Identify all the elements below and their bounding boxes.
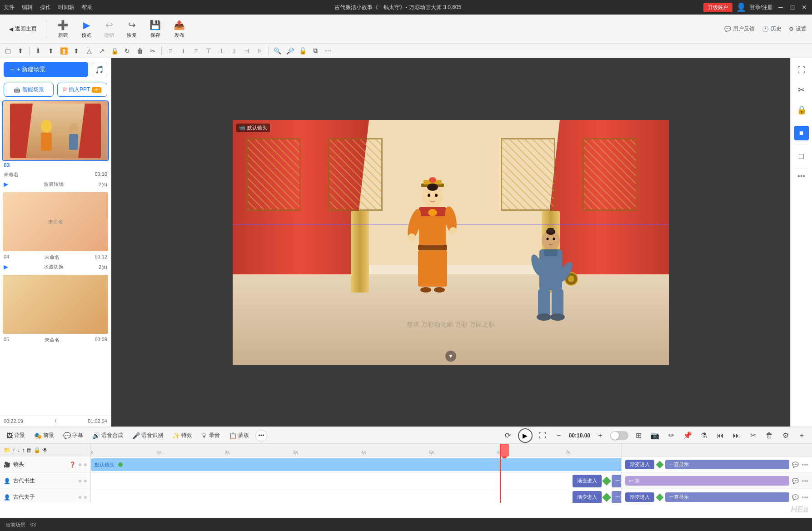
rc-always-1[interactable]: 一直显示 xyxy=(665,460,789,469)
menu-help[interactable]: 帮助 xyxy=(82,4,93,11)
tl-split-button[interactable]: ✂ xyxy=(747,429,759,442)
tl-delete-button[interactable]: 🗑 xyxy=(763,429,776,442)
select-tool[interactable]: ▢ xyxy=(2,45,14,57)
tl-next-frame[interactable]: ⏭ xyxy=(730,429,743,442)
track-col-add[interactable]: + xyxy=(12,447,15,453)
pointer-tool[interactable]: ⬆ xyxy=(15,45,26,57)
subtitle-button[interactable]: 💬 字幕 xyxy=(60,430,86,441)
close-button[interactable]: ✕ xyxy=(800,3,808,11)
align-left[interactable]: ≡ xyxy=(164,45,176,57)
crop-tool[interactable]: ✂ xyxy=(147,45,159,57)
voice-recog-button[interactable]: 🎤 语音识别 xyxy=(130,430,166,441)
insert-ppt-button[interactable]: P 插入PPT VIP xyxy=(57,83,107,97)
track-col-up[interactable]: ↑ xyxy=(22,447,25,453)
publish-button[interactable]: 📤 发布 xyxy=(168,18,190,40)
up-tool[interactable]: ⬆ xyxy=(45,45,57,57)
tl-expand-button[interactable]: ⛶ xyxy=(536,429,549,442)
align-right[interactable]: ≡ xyxy=(190,45,202,57)
delete-tool[interactable]: 🗑 xyxy=(134,45,146,57)
copy-tool[interactable]: ⧉ xyxy=(309,45,321,57)
rc-fade-3[interactable]: 渐变进入 xyxy=(625,492,654,502)
tl-add-button[interactable]: + xyxy=(796,429,808,442)
fuzi-fade-in[interactable]: 渐变进入 xyxy=(573,491,602,503)
fullscreen-button[interactable]: ⛶ xyxy=(793,62,810,78)
track-col-lock[interactable]: 🔒 xyxy=(34,447,40,453)
music-button[interactable]: 🎵 xyxy=(92,62,107,77)
track-help-icon[interactable]: ❓ xyxy=(69,462,76,468)
align-distribute-v[interactable]: ⊦ xyxy=(254,45,265,57)
effect-button[interactable]: ✨ 特效 xyxy=(169,430,195,441)
menu-operate[interactable]: 操作 xyxy=(40,4,51,11)
version-button[interactable]: 📋 蒙版 xyxy=(226,430,252,441)
user-icon[interactable]: 👤 xyxy=(736,2,746,12)
top-tool[interactable]: ⏫ xyxy=(58,45,70,57)
record-button[interactable]: 🎙 录音 xyxy=(199,430,223,441)
minister-character[interactable] xyxy=(514,220,587,338)
upgrade-button[interactable]: 升级账户 xyxy=(703,3,732,12)
tl-settings-btn[interactable]: ⚙ xyxy=(779,429,792,442)
rp-blue-button[interactable]: ■ xyxy=(794,126,809,140)
menu-file[interactable]: 文件 xyxy=(4,4,15,11)
canvas-nav-down[interactable]: ▼ xyxy=(445,351,456,362)
rc-always-3[interactable]: 一直显示 xyxy=(665,492,789,502)
preview-button[interactable]: ▶ 预览 xyxy=(76,18,97,40)
rp-square-button[interactable]: □ xyxy=(793,148,810,164)
tl-plus-button[interactable]: + xyxy=(594,429,607,442)
emperor-character[interactable] xyxy=(392,174,473,320)
rp-more-button[interactable]: ••• xyxy=(797,172,805,180)
save-button[interactable]: 💾 保存 xyxy=(144,18,166,40)
scene-item-05[interactable]: 05 未命名 00:09 xyxy=(2,274,109,345)
new-scene-button[interactable]: ＋ + 新建场景 xyxy=(4,62,88,77)
undo-button[interactable]: ↩ 撤销 xyxy=(99,18,120,40)
rc-sub-2[interactable]: ↩ 笑 xyxy=(625,476,789,486)
scene-item-04[interactable]: 未命名 04 未命名 00:12 ▶ 水波切换 2(s) xyxy=(2,191,109,272)
menu-timeline[interactable]: 时间轴 xyxy=(58,4,75,11)
align-center-v[interactable]: ⁞ xyxy=(177,45,189,57)
login-label[interactable]: 登录/注册 xyxy=(750,4,773,11)
tl-back-button[interactable]: ⟳ xyxy=(502,429,514,442)
track-col-eye[interactable]: 👁 xyxy=(42,447,48,453)
maximize-button[interactable]: □ xyxy=(788,3,797,11)
tl-minus-button[interactable]: − xyxy=(553,429,565,442)
tl-loop-toggle[interactable] xyxy=(610,431,628,440)
new-button[interactable]: ➕ 新建 xyxy=(52,18,74,40)
crop-button[interactable]: ✂ xyxy=(793,82,810,98)
more-tool[interactable]: ⋯ xyxy=(322,45,334,57)
align-center-h[interactable]: ⊥ xyxy=(215,45,227,57)
rc-comment-2[interactable]: 💬 xyxy=(792,478,799,484)
fuzi-always-show[interactable]: 一直显示 xyxy=(612,491,621,503)
track-col-down[interactable]: ↓ xyxy=(17,447,20,453)
minimize-button[interactable]: ─ xyxy=(777,3,785,11)
tl-play-button[interactable]: ▶ xyxy=(518,428,533,443)
redo-button[interactable]: ↪ 恢复 xyxy=(121,18,142,40)
back-home-button[interactable]: ◀ 返回主页 xyxy=(5,23,40,35)
bg-button[interactable]: 🖼 背景 xyxy=(4,430,28,441)
rc-comment-3[interactable]: 💬 xyxy=(792,494,799,501)
scene-item-03[interactable]: 03 未命名 00:10 ▶ 波浪转场 2(s) xyxy=(2,100,109,189)
lock-panel-button[interactable]: 🔒 xyxy=(793,102,810,118)
menu-edit[interactable]: 编辑 xyxy=(22,4,33,11)
transition-04[interactable]: ▶ 水波切换 2(s) xyxy=(2,263,109,272)
tl-camera-button[interactable]: 📷 xyxy=(648,429,661,442)
tl-pin-button[interactable]: 📌 xyxy=(681,429,694,442)
rc-fade-1[interactable]: 渐变进入 xyxy=(625,460,654,469)
zoom-out[interactable]: 🔎 xyxy=(284,45,296,57)
lock-tool[interactable]: 🔒 xyxy=(109,45,120,57)
align-bottom[interactable]: ⊥ xyxy=(228,45,240,57)
rotate-tool[interactable]: ↻ xyxy=(121,45,133,57)
feedback-button[interactable]: 💬 用户反馈 xyxy=(724,25,755,33)
tl-edit-button[interactable]: ✏ xyxy=(665,429,677,442)
rc-more-1[interactable]: ••• xyxy=(802,461,808,468)
prev-button[interactable]: 🎭 前景 xyxy=(31,430,57,441)
smart-scene-button[interactable]: 🤖 智能场景 xyxy=(4,83,54,97)
history-button[interactable]: 🕐 历史 xyxy=(762,25,782,33)
rc-comment-1[interactable]: 💬 xyxy=(792,462,799,468)
voice-synth-button[interactable]: 🔊 语音合成 xyxy=(90,430,126,441)
rc-more-2[interactable]: ••• xyxy=(802,477,808,485)
tl-fit-button[interactable]: ⊞ xyxy=(632,429,645,442)
transition-03[interactable]: ▶ 波浪转场 2(s) xyxy=(2,180,109,189)
align-distribute-h[interactable]: ⊣ xyxy=(241,45,253,57)
tl-prev-frame[interactable]: ⏮ xyxy=(714,429,727,442)
down-tool[interactable]: ⬇ xyxy=(32,45,44,57)
shusheng-fade-in[interactable]: 渐变进入 xyxy=(573,475,602,487)
